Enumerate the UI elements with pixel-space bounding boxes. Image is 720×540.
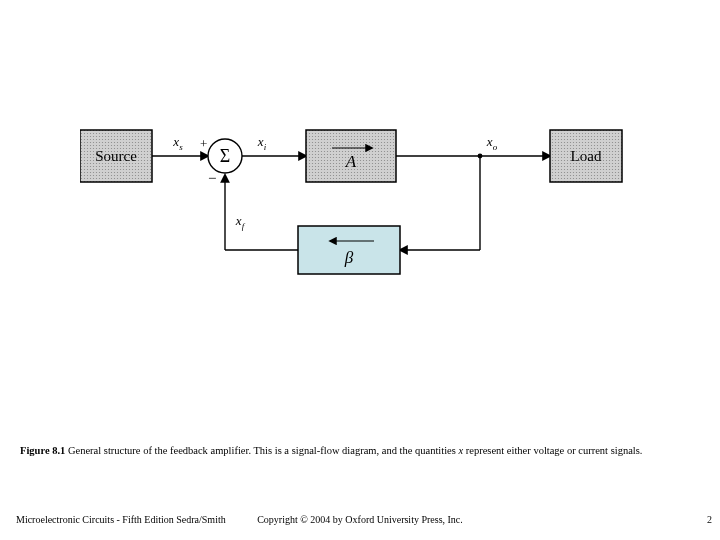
amplifier-block: A (306, 130, 396, 182)
summing-junction: Σ (208, 139, 242, 173)
svg-text:xi: xi (257, 134, 267, 152)
load-label: Load (571, 148, 602, 164)
amplifier-label: A (345, 152, 357, 171)
page-number: 2 (707, 514, 712, 525)
caption-text-a: General structure of the feedback amplif… (65, 445, 458, 456)
figure-caption: Figure 8.1 General structure of the feed… (20, 445, 700, 456)
signal-xf: xf (235, 213, 246, 231)
plus-sign: + (200, 136, 207, 151)
svg-text:xf: xf (235, 213, 246, 231)
feedback-label: β (344, 248, 354, 267)
minus-sign: − (208, 170, 216, 186)
source-block: Source (80, 130, 152, 182)
svg-text:xo: xo (486, 134, 498, 152)
figure-number: Figure 8.1 (20, 445, 65, 456)
load-block: Load (550, 130, 622, 182)
footer-copyright: Copyright © 2004 by Oxford University Pr… (0, 514, 720, 525)
sigma-symbol: Σ (220, 146, 230, 166)
caption-text-b: represent either voltage or current sign… (463, 445, 642, 456)
source-label: Source (95, 148, 137, 164)
signal-xs: xs (172, 134, 183, 152)
svg-text:xs: xs (172, 134, 183, 152)
feedback-block: β (298, 226, 400, 274)
signal-xi: xi (257, 134, 267, 152)
signal-xo: xo (486, 134, 498, 152)
feedback-amplifier-diagram: Source xs Σ + − xi A xo Load (80, 120, 640, 324)
